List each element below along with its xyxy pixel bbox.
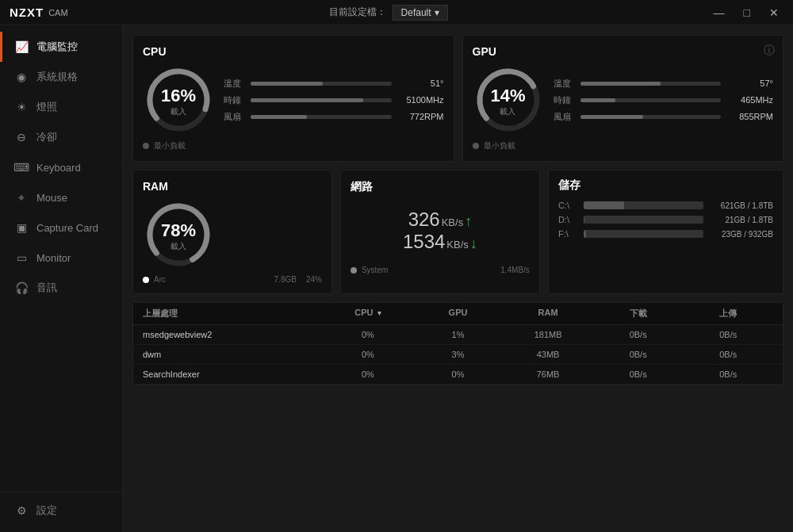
network-footer-value: 1.4MB/s xyxy=(500,266,530,274)
cpu-clock-value: 5100MHz xyxy=(396,95,444,105)
network-footer-left: System xyxy=(351,266,388,274)
cpu-clock-row: 時鐘 5100MHz xyxy=(224,94,444,106)
cpu-fan-bar xyxy=(251,115,307,119)
gpu-fan-row: 風扇 855RPM xyxy=(554,111,774,123)
table-row[interactable]: dwm 0% 3% 43MB 0B/s 0B/s xyxy=(133,345,783,365)
network-upload-unit: KB/s xyxy=(442,216,463,228)
proc-ram-2: 76MB xyxy=(503,369,593,379)
titlebar-logo-area: NZXT CAM xyxy=(10,6,68,19)
sidebar-label-keyboard: Keyboard xyxy=(36,162,81,174)
maximize-button[interactable]: □ xyxy=(739,5,755,21)
network-footer: System 1.4MB/s xyxy=(351,266,530,274)
sidebar-item-lighting[interactable]: ☀ 燈照 xyxy=(0,92,122,122)
th-cpu[interactable]: CPU ▾ xyxy=(323,308,413,320)
gpu-fan-bar-container xyxy=(580,115,722,119)
gpu-fan-bar xyxy=(580,115,644,119)
logo-cam: CAM xyxy=(48,8,67,17)
cpu-temp-label: 溫度 xyxy=(224,78,246,90)
display-icon: ▭ xyxy=(14,251,29,265)
storage-title: 儲存 xyxy=(558,178,773,193)
ram-gauge-center: 78% 載入 xyxy=(161,220,196,252)
profile-dropdown[interactable]: Default ▾ xyxy=(393,5,448,21)
ram-gauge-area: 78% 載入 xyxy=(143,199,322,270)
sidebar-bottom: ⚙ 設定 xyxy=(0,492,122,526)
mouse-icon: ⌖ xyxy=(14,190,29,205)
gpu-clock-value: 465MHz xyxy=(726,95,773,105)
drive-d-bar-container xyxy=(584,216,703,224)
chart-icon: 📈 xyxy=(14,40,29,54)
cpu-footer-dot xyxy=(143,143,149,149)
keyboard-icon: ⌨ xyxy=(14,160,29,174)
cpu-load-label: 載入 xyxy=(161,106,196,117)
sidebar: 📈 電腦監控 ◉ 系統規格 ☀ 燈照 ⊖ 冷卻 ⌨ Keyboard ⌖ Mou… xyxy=(0,25,123,532)
sidebar-item-monitor[interactable]: 📈 電腦監控 xyxy=(0,32,122,62)
proc-gpu-1: 3% xyxy=(413,350,504,359)
gpu-gauge: 14% 載入 xyxy=(473,64,544,136)
sidebar-item-mouse[interactable]: ⌖ Mouse xyxy=(0,182,122,212)
proc-ul-2: 0B/s xyxy=(683,369,773,379)
sidebar-item-audio[interactable]: 🎧 音訊 xyxy=(0,273,122,303)
eye-icon: ◉ xyxy=(14,70,29,84)
proc-dl-2: 0B/s xyxy=(593,369,684,379)
proc-cpu-2: 0% xyxy=(323,369,413,379)
proc-dl-1: 0B/s xyxy=(593,350,684,359)
sidebar-item-system[interactable]: ◉ 系統規格 xyxy=(0,62,122,92)
sidebar-item-settings[interactable]: ⚙ 設定 xyxy=(0,496,122,526)
network-download-unit: KB/s xyxy=(446,239,468,251)
info-icon[interactable]: ⓘ xyxy=(764,44,775,58)
download-arrow-icon: ↓ xyxy=(470,235,477,252)
sidebar-item-keyboard[interactable]: ⌨ Keyboard xyxy=(0,152,122,182)
drive-f-bar xyxy=(584,230,586,238)
sidebar-label-settings: 設定 xyxy=(36,503,57,518)
table-row[interactable]: SearchIndexer 0% 0% 76MB 0B/s 0B/s xyxy=(133,365,783,385)
cpu-gauge-center: 16% 載入 xyxy=(161,86,196,117)
proc-name-1: dwm xyxy=(143,350,323,359)
profile-name: Default xyxy=(401,7,431,18)
cpu-percent-suffix: % xyxy=(180,86,196,105)
drive-c-value: 621GB / 1.8TB xyxy=(710,201,773,210)
cpu-temp-bar xyxy=(251,82,323,86)
network-speeds: 326 KB/s ↑ 1534 KB/s ↓ xyxy=(351,201,530,261)
gpu-temp-bar-container xyxy=(580,82,722,86)
content-area: CPU 16% 載入 溫度 xyxy=(123,25,793,532)
cpu-percent: 16 xyxy=(161,86,180,105)
th-cpu-label: CPU xyxy=(354,308,373,317)
drive-d-value: 21GB / 1.8TB xyxy=(710,216,773,224)
logo-nzxt: NZXT xyxy=(10,6,44,19)
gpu-clock-bar xyxy=(580,98,615,102)
gpu-percent-suffix: % xyxy=(510,86,526,105)
table-header: 上層處理 CPU ▾ GPU RAM 下載 上傳 xyxy=(133,303,783,325)
gear-icon: ⚙ xyxy=(14,503,29,518)
cpu-temp-bar-container xyxy=(251,82,392,86)
sidebar-item-cooling[interactable]: ⊖ 冷卻 xyxy=(0,122,122,152)
drive-f-bar-container xyxy=(584,230,703,238)
gpu-footer: 最小負載 xyxy=(473,140,774,151)
audio-icon: 🎧 xyxy=(14,281,29,295)
cpu-footer: 最小負載 xyxy=(143,140,444,151)
network-download-speed: 1534 xyxy=(403,231,445,253)
sidebar-label-monitor: 電腦監控 xyxy=(36,40,78,54)
gpu-card: GPU ⓘ 14% 載入 xyxy=(462,35,784,162)
proc-name-2: SearchIndexer xyxy=(143,369,323,379)
ram-footer-pct: 24% xyxy=(306,275,322,284)
gpu-gauge-area: 14% 載入 溫度 57° 時鐘 xyxy=(473,64,774,136)
profile-label: 目前設定檔： xyxy=(329,6,386,19)
sidebar-spacer xyxy=(0,303,122,492)
storage-drive-f: F:\ 23GB / 932GB xyxy=(558,229,773,239)
proc-dl-0: 0B/s xyxy=(593,330,684,339)
ram-gauge: 78% 載入 xyxy=(143,199,214,270)
sidebar-item-display[interactable]: ▭ Monitor xyxy=(0,243,122,273)
minimize-button[interactable]: — xyxy=(709,5,730,21)
cpu-fan-bar-container xyxy=(251,115,392,119)
close-button[interactable]: ✕ xyxy=(764,5,783,21)
sidebar-item-capture[interactable]: ▣ Capture Card xyxy=(0,212,122,243)
proc-ram-0: 181MB xyxy=(503,330,593,339)
table-row[interactable]: msedgewebview2 0% 1% 181MB 0B/s 0B/s xyxy=(133,325,783,345)
sidebar-label-lighting: 燈照 xyxy=(36,100,57,114)
proc-gpu-0: 1% xyxy=(413,330,504,339)
upload-arrow-icon: ↑ xyxy=(465,213,472,230)
titlebar-controls: — □ ✕ xyxy=(709,5,783,21)
network-upload-display: 326 KB/s ↑ xyxy=(408,209,473,231)
storage-drive-d: D:\ 21GB / 1.8TB xyxy=(558,215,773,224)
network-download-display: 1534 KB/s ↓ xyxy=(403,231,477,253)
